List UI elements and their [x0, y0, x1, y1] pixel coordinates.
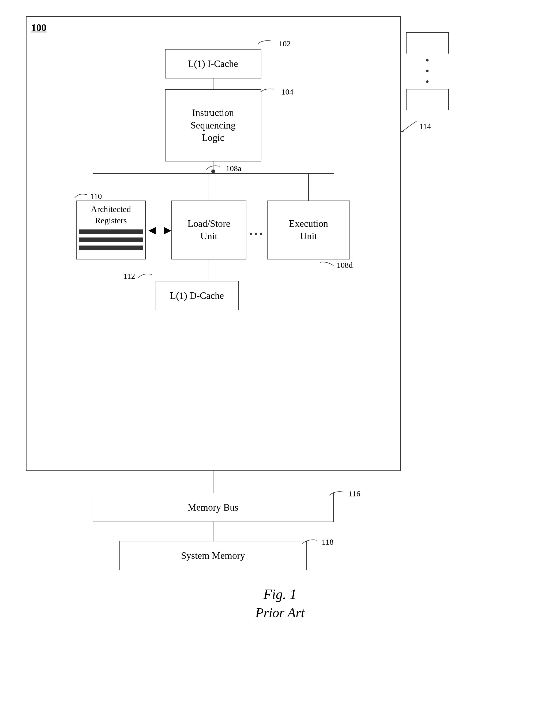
exec-unit-ref: 108d	[319, 260, 353, 270]
arch-reg-line-2	[79, 238, 143, 242]
double-arrow-left: ◀	[148, 224, 156, 236]
icache-section: L(1) I-Cache 102	[165, 41, 261, 78]
dcache-wrapper: 112 L(1) D-Cache	[156, 281, 239, 310]
units-row: 110 Architected Registers	[93, 174, 334, 281]
system-memory-box: System Memory	[119, 541, 307, 570]
dots-label: ...	[249, 222, 264, 238]
dcache-ref-curve	[137, 271, 153, 279]
dcache-box: L(1) D-Cache	[156, 281, 239, 310]
exec-unit-box: Execution Unit	[267, 201, 350, 260]
arch-regs-spacer	[111, 174, 111, 201]
eu-ref-curve	[319, 260, 335, 268]
icache-ref: 102	[255, 38, 291, 48]
arch-regs-box: Architected Registers	[76, 201, 146, 260]
dots-wrapper: ...	[246, 201, 267, 260]
sysmem-ref-curve	[301, 537, 320, 545]
arch-regs-label: Architected Registers	[77, 201, 145, 227]
arch-regs-col: 110 Architected Registers	[76, 174, 146, 260]
icache-ref-curve	[255, 38, 277, 46]
membus-ref-curve	[328, 489, 347, 496]
page-container: 100 L(1) I-Cache 102	[26, 16, 535, 620]
cpu-inner: L(1) I-Cache 102	[37, 28, 389, 310]
memory-bus-label: Memory Bus	[188, 501, 238, 514]
bus-ref-curve	[205, 163, 224, 171]
isl-box: Instruction Sequencing Logic	[165, 89, 261, 162]
bus-to-ls-line	[209, 174, 209, 201]
right-side: ••• 114	[406, 32, 449, 134]
h-bus-line	[93, 173, 334, 174]
h-bus-row: 108a	[93, 173, 334, 174]
ls-to-dcache-line	[209, 260, 209, 281]
right-ref-label: 114	[419, 122, 431, 131]
cpu-box: 100 L(1) I-Cache 102	[26, 16, 401, 471]
sysmem-ref: 118	[301, 537, 333, 546]
membus-ref: 116	[328, 489, 360, 498]
isl-ref-curve	[258, 87, 279, 95]
cpu-label: 100	[31, 22, 47, 33]
arch-reg-line-3	[79, 246, 143, 250]
arrow-hline	[156, 230, 164, 230]
bus-to-eu-line	[308, 174, 309, 201]
memory-bus-section: Memory Bus 116	[93, 493, 334, 522]
right-proc-box-1	[406, 32, 449, 54]
right-arrow-section: 114	[398, 118, 431, 134]
cpu-to-membus-connector	[213, 471, 213, 493]
prior-art-label: Prior Art	[255, 605, 305, 620]
double-arrow-wrapper: ◀ ▶	[148, 201, 171, 260]
memory-bus-box: Memory Bus	[93, 493, 334, 522]
double-arrow-section: ◀ ▶	[148, 201, 171, 260]
membus-to-sysmem-connector	[213, 522, 213, 541]
double-arrow-right: ▶	[164, 224, 171, 236]
diagram-area: 100 L(1) I-Cache 102	[26, 16, 535, 570]
arch-regs-ref: 110	[73, 192, 102, 201]
exec-unit-label: Execution Unit	[289, 218, 328, 243]
load-store-box: Load/Store Unit	[171, 201, 246, 260]
icache-label: L(1) I-Cache	[188, 58, 238, 70]
exec-unit-wrapper: Execution Unit 108d	[267, 201, 350, 260]
right-ref-curve	[398, 118, 419, 134]
system-memory-label: System Memory	[181, 549, 245, 562]
load-store-label: Load/Store Unit	[187, 218, 230, 243]
icache-box: L(1) I-Cache	[165, 49, 261, 78]
right-proc-box-2	[406, 89, 449, 110]
arch-reg-line-1	[79, 230, 143, 234]
fig-label: Fig. 1	[263, 586, 296, 602]
icache-to-isl-line	[213, 78, 213, 89]
cpu-and-below: 100 L(1) I-Cache 102	[26, 16, 401, 570]
dcache-section: 112 L(1) D-Cache	[156, 281, 239, 310]
right-dots: •••	[406, 54, 449, 89]
cpu-to-membus-line	[213, 471, 213, 493]
isl-ref-container: 104	[258, 87, 294, 96]
exec-unit-col: Execution Unit 108d	[267, 174, 350, 260]
arch-ref-curve	[73, 192, 88, 199]
system-memory-section: System Memory 118	[119, 541, 307, 570]
arch-regs-lines	[77, 227, 145, 252]
dots-section: ...	[246, 201, 267, 260]
bus-ref-label: 108a	[205, 163, 242, 173]
isl-section: Instruction Sequencing Logic 104	[165, 89, 261, 162]
isl-label: Instruction Sequencing Logic	[191, 107, 236, 144]
dcache-ref: 112	[123, 271, 153, 281]
arch-regs-wrapper: 110 Architected Registers	[76, 201, 146, 260]
membus-to-sysmem-line	[213, 522, 213, 541]
dcache-label: L(1) D-Cache	[170, 290, 224, 302]
load-store-col: Load/Store Unit	[171, 174, 246, 281]
